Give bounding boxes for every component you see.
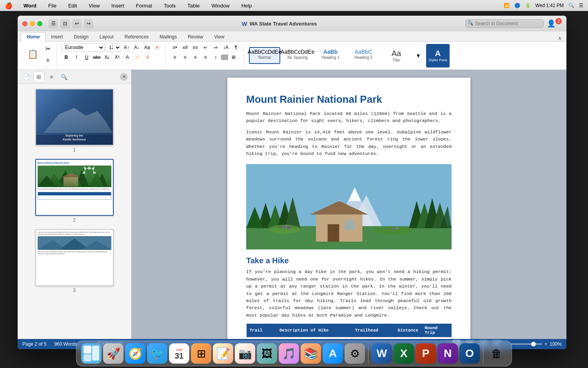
search-input[interactable] [465,19,544,28]
increase-font-button[interactable]: A↑ [122,43,131,52]
sidebar-toggle-icon[interactable]: ☰ [49,19,58,28]
cut-button[interactable]: ✂ [42,43,53,54]
dock-systemprefs[interactable]: ⚙ [345,343,365,364]
thumbnail-page-3[interactable]: Lorem ipsum dolor sit amet consectetur a… [35,229,114,293]
thumbnail-page-2[interactable]: Mount Rainier National Park [35,159,114,223]
change-case-button[interactable]: Aa [142,43,152,52]
highlight-button[interactable]: A [133,53,142,62]
bullets-button[interactable]: ≡• [170,43,180,52]
font-name-select[interactable]: Eurostile [62,43,105,52]
menu-file[interactable]: File [46,2,59,9]
menu-view[interactable]: View [86,2,102,9]
strikethrough-button[interactable]: abc [92,53,102,62]
zoom-slider-thumb[interactable] [531,342,536,346]
undo-icon[interactable]: ↩ [72,19,82,28]
app-menu-word[interactable]: Word [21,2,39,9]
dock-word[interactable]: W [372,343,392,364]
subscript-button[interactable]: X₂ [102,53,112,62]
format-painter-button[interactable]: 🖌 [42,67,53,70]
dock-photos[interactable]: 📷 [235,343,255,364]
close-thumbnail-panel-button[interactable]: ✕ [120,73,128,81]
paste-button[interactable]: 📋 [24,43,42,65]
superscript-button[interactable]: X² [113,53,122,62]
close-window-button[interactable] [22,21,27,26]
multilevel-list-button[interactable]: ≡≡ [191,43,200,52]
dock-powerpoint[interactable]: P [416,343,436,364]
dock-outlook[interactable]: O [459,343,480,364]
focus-mode-icon[interactable]: ⊡ [60,19,70,28]
thumbnails-view-button[interactable]: ⊞ [33,71,44,82]
dock-books[interactable]: 📚 [301,343,321,364]
menu-help[interactable]: Help [239,2,254,9]
show-formatting-button[interactable]: ¶ [231,43,241,52]
align-left-button[interactable]: ≡ [170,53,180,62]
apple-menu[interactable]: 🍎 [5,2,13,9]
align-right-button[interactable]: ≡ [191,53,200,62]
bold-button[interactable]: B [62,53,71,62]
user-profile-icon[interactable]: 👤 [547,19,555,28]
style-normal[interactable]: AaBbCcDdEe Normal [249,47,280,64]
dock-appstore[interactable]: A [323,343,343,364]
tab-design[interactable]: Design [68,33,94,41]
italic-button[interactable]: I [72,53,81,62]
dock-launchpad2[interactable]: ⊞ [191,343,211,364]
dock-onenote[interactable]: N [437,343,458,364]
line-spacing-button[interactable]: ↕ [211,53,220,62]
numbering-button[interactable]: ≡# [180,43,190,52]
minimize-window-button[interactable] [30,21,35,26]
menu-window[interactable]: Window [209,2,232,9]
align-center-button[interactable]: ≡ [180,53,190,62]
style-title[interactable]: Aa Title [381,47,412,64]
tab-layout[interactable]: Layout [94,33,119,41]
dock-safari[interactable]: 🧭 [125,343,145,364]
more-styles-button[interactable]: ▾ [414,51,423,60]
zoom-in-button[interactable]: + [544,341,547,347]
document-area[interactable]: Mount Rainier National Park Mount Rainie… [131,70,566,339]
spotlight-icon[interactable]: 🔍 [568,3,574,8]
menu-table[interactable]: Table [185,2,202,9]
dock-notes[interactable]: 📝 [213,343,233,364]
dock-launchpad[interactable]: 🚀 [103,343,123,364]
dock-trash[interactable]: 🗑 [486,343,507,364]
tab-review[interactable]: Review [182,33,209,41]
shading-button[interactable] [221,55,228,60]
style-no-spacing[interactable]: AaBbCcDdEe No Spacing [282,47,313,64]
thumbnail-page-1[interactable]: Exploring the Pacific Northwest 1 [35,89,114,153]
tab-insert[interactable]: Insert [45,33,68,41]
menu-insert[interactable]: Insert [109,2,127,9]
clear-format-button[interactable]: A [152,43,162,52]
tab-mailings[interactable]: Mailings [154,33,182,41]
dock-calendar[interactable]: JUN31 [169,343,189,364]
styles-pane-button[interactable]: A Styles Pane [426,44,450,67]
menu-format[interactable]: Format [134,2,154,9]
borders-button[interactable]: ⊞ [229,53,238,62]
control-center-icon[interactable]: ☰ [579,3,583,8]
new-page-thumb-button[interactable]: 📄 [21,71,32,82]
dock-itunes[interactable]: 🎵 [279,343,299,364]
dock-iphoto[interactable]: 🖼 [257,343,277,364]
redo-icon[interactable]: ↪ [84,19,93,28]
tab-home[interactable]: Home [21,32,45,42]
fullscreen-window-button[interactable] [37,21,42,26]
underline-button[interactable]: U [82,53,91,62]
search-thumb-button[interactable]: 🔍 [58,71,69,82]
text-effects-button[interactable]: A [123,53,132,62]
tab-view[interactable]: View [209,33,230,41]
decrease-indent-button[interactable]: ⇐ [201,43,210,52]
collapse-ribbon-button[interactable]: ∧ [558,35,562,41]
font-size-select[interactable]: 12 [105,43,121,52]
decrease-font-button[interactable]: A↓ [132,43,142,52]
copy-button[interactable]: ⎘ [42,55,53,66]
menu-tools[interactable]: Tools [162,2,178,9]
menu-edit[interactable]: Edit [66,2,79,9]
dock-twitter[interactable]: 🐦 [147,343,167,364]
font-color-button[interactable]: A [143,53,152,62]
style-heading2[interactable]: AaBbC Heading 2 [348,47,379,64]
dock-finder[interactable] [81,343,102,364]
sort-button[interactable]: ↕A [221,43,230,52]
outline-view-button[interactable]: ≡ [46,71,57,82]
style-heading1[interactable]: AaBb Heading 1 [315,47,346,64]
dock-excel[interactable]: X [394,343,414,364]
increase-indent-button[interactable]: ⇒ [211,43,220,52]
justify-button[interactable]: ≡ [201,53,210,62]
